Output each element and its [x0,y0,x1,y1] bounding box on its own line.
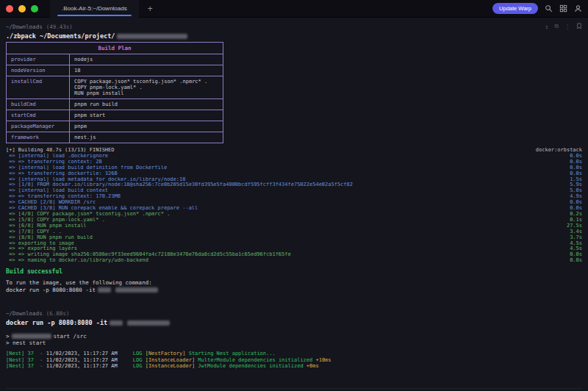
zoom-window-button[interactable] [31,5,38,12]
docker-line: [+] Building 48.7s (13/13) FINISHEDdocke… [6,148,582,154]
docker-line: => CACHED [2/8] WORKDIR /src0.0s [6,200,582,206]
log-delta: +0ms [304,363,319,369]
docker-line: => => naming to docker.io/library/udn-ba… [6,258,582,264]
titlebar-actions: Update Warp [492,3,582,14]
docker-output: [+] Building 48.7s (13/13) FINISHEDdocke… [6,148,582,264]
nest-start-line: > nest start [6,340,582,346]
new-tab-button[interactable]: + [148,4,153,13]
build-plan-value: nest.js [70,132,223,143]
docker-line-text: [+] Building 48.7s (13/13) FINISHED [6,148,530,154]
docker-line: => => transferring context: 170.23MB4.9s [6,194,582,200]
log-level: LOG [118,363,146,369]
docker-line-text: => [8/8] RUN pnpm run build [6,235,564,241]
docker-line: => [internal] load build context5.0s [6,188,582,194]
block-actions: ↥ ⧉ ⋮ [545,23,582,31]
build-plan-row: buildCmdpnpm run build [7,99,223,110]
prompt-char: > [6,333,10,340]
command-block-header: ~/Downloads (49.43s) ↥ ⧉ ⋮ [6,22,582,31]
share-icon[interactable]: ↥ [545,24,548,30]
redacted-text [12,334,51,339]
search-icon[interactable] [545,4,553,12]
log-prefix: [Nest] 37 - [6,363,46,369]
docker-line: => [internal] load build definition from… [6,165,582,171]
build-plan-row: packageManagerpnpm [7,121,223,132]
log-message: JwtModule dependencies initialized [195,363,304,369]
redacted-text [98,287,111,293]
log-context: [NestFactory] [146,351,186,356]
terminal-tab[interactable]: .Book-Air-5:~/Downloads [50,0,139,18]
run-hint-command: docker run -p 8080:8080 -it [6,286,582,294]
build-plan-row: installCmdCOPY package.json* tsconfig.js… [7,76,223,99]
docker-line-text: => [internal] load build definition from… [6,165,564,171]
build-plan-key: provider [7,54,70,65]
docker-line-time: 0.0s [570,258,582,264]
docker-line-text: => => exporting layers [6,246,564,252]
build-plan-key: installCmd [7,76,70,98]
docker-line-text: => => transferring dockerfile: 326B [6,171,564,177]
command-text: docker run -p 8080:8080 -it [6,319,107,326]
more-icon[interactable]: ⋮ [564,24,570,30]
docker-line-text: => [1/8] FROM docker.io/library/node:18@… [6,182,564,188]
docker-line: => [1/8] FROM docker.io/library/node:18@… [6,182,582,188]
log-timestamp: 11/02/2023, 11:17:27 AM [46,351,118,356]
nest-logs: [Nest] 37 - 11/02/2023, 11:17:27 AM LOG … [6,351,582,369]
build-plan-value: COPY package.json* tsconfig.json* .npmrc… [70,76,223,98]
docker-line-text: => [7/8] COPY . . [6,229,564,235]
terminal-content: ~/Downloads (49.43s) ↥ ⧉ ⋮ ./zbpack ~/Do… [0,18,588,391]
log-message: MulterModule dependencies initialized [195,357,312,363]
zbpack-command-line[interactable]: ./zbpack ~/Documents/project/ [6,32,582,40]
build-plan-value: pnpm [70,121,223,132]
nest-log-line: [Nest] 37 - 11/02/2023, 11:17:27 AM LOG … [6,351,582,356]
docker-line-text: => => writing image sha256:0586ec9f33eed… [6,252,564,258]
docker-line-text: => CACHED [3/8] RUN corepack enable && c… [6,206,564,212]
titlebar: .Book-Air-5:~/Downloads + Update Warp [0,0,588,18]
log-timestamp: 11/02/2023, 11:17:27 AM [46,363,118,369]
build-plan-row: startCmdpnpm start [7,110,223,121]
docker-line-text: => exporting to image [6,241,564,247]
update-warp-button[interactable]: Update Warp [492,3,538,14]
docker-line: => => exporting layers4.5s [6,246,582,252]
bookmark-icon[interactable] [576,23,582,31]
user-icon[interactable] [574,4,582,12]
build-plan-key: framework [7,132,70,143]
command-text: ./zbpack ~/Documents/project/ [6,32,115,40]
docker-line-text: => => naming to docker.io/library/udn-ba… [6,258,564,264]
redacted-text [110,320,123,326]
docker-line: => [4/8] COPY package.json* tsconfig.jso… [6,212,582,218]
build-plan-key: buildCmd [7,99,70,110]
docker-line: => [6/8] RUN pnpm install27.5s [6,223,582,229]
window-controls [6,5,38,12]
redacted-text [117,34,187,39]
block-duration: (6.88s) [46,310,70,317]
docker-line-text: => [internal] load build context [6,188,564,194]
nest-log-line: [Nest] 37 - 11/02/2023, 11:17:27 AM LOG … [6,363,582,369]
log-level: LOG [118,351,146,356]
docker-line-text: => CACHED [2/8] WORKDIR /src [6,200,564,206]
docker-line-text: => [6/8] RUN pnpm install [6,223,561,229]
build-plan-row: frameworknest.js [7,132,223,143]
build-plan-row: nodeVersion18 [7,65,223,76]
build-plan-title: Build Plan [7,43,223,54]
log-timestamp: 11/02/2023, 11:17:27 AM [46,357,118,363]
log-prefix: [Nest] 37 - [6,351,46,356]
docker-line: => CACHED [3/8] RUN corepack enable && c… [6,206,582,212]
block-path: ~/Downloads [6,310,43,317]
current-prompt-block[interactable]: ~/Downloads [6,388,582,391]
docker-line: => => transferring context: 2B0.0s [6,159,582,165]
minimize-window-button[interactable] [18,5,26,12]
grid-icon[interactable] [559,4,567,12]
command-block-2: ~/Downloads (6.88s) docker run -p 8080:8… [6,309,582,369]
docker-line: => [8/8] RUN pnpm run build3.7s [6,235,582,241]
npm-script-line: >start /src [6,333,582,340]
docker-run-command-line[interactable]: docker run -p 8080:8080 -it [6,319,582,326]
docker-line-text: => [internal] load metadata for docker.i… [6,177,564,183]
log-level: LOG [118,357,146,363]
build-plan-value: pnpm start [70,110,223,121]
build-plan-value: nodejs [70,54,223,65]
command-block-header: ~/Downloads (6.88s) [6,309,582,318]
log-message: Starting Nest application... [185,351,275,356]
docker-line-text: => => transferring context: 170.23MB [6,194,564,200]
npm-script-suffix: start /src [54,333,87,340]
close-window-button[interactable] [6,5,13,12]
copy-icon[interactable]: ⧉ [554,23,559,30]
